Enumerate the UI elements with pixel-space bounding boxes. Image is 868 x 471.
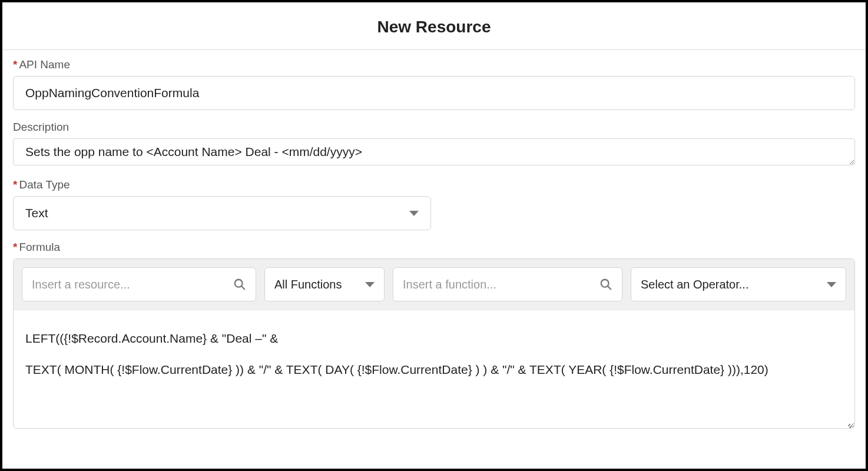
formula-line: TEXT( MONTH( {!$Flow.CurrentDate} )) & "… (25, 354, 843, 386)
functions-filter-value: All Functions (274, 278, 342, 291)
svg-line-3 (608, 286, 611, 289)
formula-label: Formula (13, 241, 855, 254)
description-group: Description (13, 121, 855, 168)
insert-function-placeholder: Insert a function... (403, 278, 496, 291)
data-type-value: Text (25, 206, 48, 220)
insert-resource-input[interactable]: Insert a resource... (22, 267, 256, 301)
chevron-down-icon (365, 282, 375, 287)
modal-header: New Resource (2, 2, 866, 50)
chevron-down-icon (827, 282, 836, 287)
formula-textarea[interactable]: LEFT(({!$Record.Account.Name} & "Deal –"… (14, 310, 854, 428)
api-name-group: API Name (13, 58, 855, 110)
insert-function-input[interactable]: Insert a function... (393, 267, 622, 301)
description-input[interactable] (13, 138, 855, 165)
search-icon (599, 278, 612, 291)
data-type-select[interactable]: Text (13, 196, 431, 230)
data-type-group: Data Type Text (13, 178, 855, 230)
page-title: New Resource (2, 18, 866, 37)
formula-line: LEFT(({!$Record.Account.Name} & "Deal –"… (25, 323, 843, 354)
api-name-label: API Name (13, 58, 855, 71)
formula-group: Formula Insert a resource... All Functio… (13, 241, 855, 429)
api-name-input[interactable] (13, 76, 855, 110)
chevron-down-icon (409, 211, 419, 216)
formula-toolbar: Insert a resource... All Functions Inser… (14, 259, 854, 310)
data-type-label: Data Type (13, 178, 855, 191)
description-label: Description (13, 121, 855, 134)
search-icon (233, 278, 246, 291)
form-body: API Name Description Data Type Text Form… (2, 50, 866, 429)
resize-handle-icon (844, 417, 852, 426)
functions-filter-select[interactable]: All Functions (264, 267, 385, 301)
formula-editor-container: Insert a resource... All Functions Inser… (13, 258, 855, 429)
operator-placeholder: Select an Operator... (641, 278, 748, 291)
svg-line-1 (241, 286, 244, 289)
insert-resource-placeholder: Insert a resource... (32, 278, 130, 291)
operator-select[interactable]: Select an Operator... (631, 267, 846, 301)
